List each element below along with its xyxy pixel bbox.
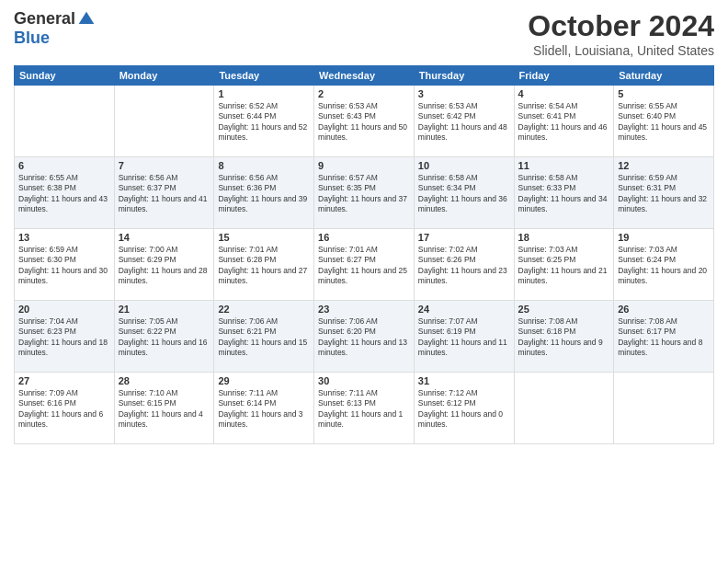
table-row [614,373,714,444]
calendar-table: Sunday Monday Tuesday Wednesday Thursday… [14,65,714,444]
page: General Blue October 2024 Slidell, Louis… [0,0,728,563]
day-number: 2 [318,88,410,99]
day-number: 28 [119,375,210,386]
day-info: Sunrise: 6:53 AM Sunset: 6:42 PM Dayligh… [418,101,510,144]
day-number: 18 [518,232,610,243]
day-number: 11 [518,160,610,171]
day-info: Sunrise: 7:08 AM Sunset: 6:17 PM Dayligh… [618,316,710,359]
day-info: Sunrise: 6:53 AM Sunset: 6:43 PM Dayligh… [318,101,410,144]
day-number: 6 [18,160,110,171]
day-number: 8 [218,160,310,171]
title-block: October 2024 Slidell, Louisiana, United … [528,9,714,58]
table-row: 15Sunrise: 7:01 AM Sunset: 6:28 PM Dayli… [214,229,314,301]
day-info: Sunrise: 7:11 AM Sunset: 6:14 PM Dayligh… [218,388,310,431]
table-row [514,373,614,444]
day-info: Sunrise: 6:56 AM Sunset: 6:37 PM Dayligh… [119,173,210,215]
day-info: Sunrise: 6:54 AM Sunset: 6:41 PM Dayligh… [518,101,610,144]
logo-blue-text: Blue [14,29,50,47]
day-info: Sunrise: 7:08 AM Sunset: 6:18 PM Dayligh… [518,316,610,359]
day-number: 17 [418,232,510,243]
day-number: 5 [618,88,710,99]
col-wednesday: Wednesday [314,66,415,86]
table-row: 31Sunrise: 7:12 AM Sunset: 6:12 PM Dayli… [414,373,514,444]
col-tuesday: Tuesday [214,66,314,86]
table-row: 14Sunrise: 7:00 AM Sunset: 6:29 PM Dayli… [114,229,214,301]
table-row: 25Sunrise: 7:08 AM Sunset: 6:18 PM Dayli… [514,301,614,373]
day-info: Sunrise: 6:56 AM Sunset: 6:36 PM Dayligh… [218,173,310,215]
day-info: Sunrise: 7:06 AM Sunset: 6:21 PM Dayligh… [218,316,310,359]
day-info: Sunrise: 6:58 AM Sunset: 6:33 PM Dayligh… [518,173,610,215]
day-info: Sunrise: 7:00 AM Sunset: 6:29 PM Dayligh… [119,245,210,287]
day-number: 26 [618,304,710,315]
calendar-row: 1Sunrise: 6:52 AM Sunset: 6:44 PM Daylig… [15,86,714,157]
day-info: Sunrise: 6:59 AM Sunset: 6:30 PM Dayligh… [18,245,110,287]
day-number: 13 [18,232,110,243]
header: General Blue October 2024 Slidell, Louis… [14,9,714,58]
table-row: 9Sunrise: 6:57 AM Sunset: 6:35 PM Daylig… [314,157,415,229]
table-row: 13Sunrise: 6:59 AM Sunset: 6:30 PM Dayli… [15,229,115,301]
calendar-row: 13Sunrise: 6:59 AM Sunset: 6:30 PM Dayli… [15,229,714,301]
day-info: Sunrise: 7:12 AM Sunset: 6:12 PM Dayligh… [418,388,510,431]
day-number: 14 [119,232,210,243]
day-number: 31 [418,375,510,386]
day-info: Sunrise: 6:58 AM Sunset: 6:34 PM Dayligh… [418,173,510,215]
table-row: 7Sunrise: 6:56 AM Sunset: 6:37 PM Daylig… [114,157,214,229]
table-row: 4Sunrise: 6:54 AM Sunset: 6:41 PM Daylig… [514,86,614,157]
logo-icon [77,10,96,29]
day-number: 23 [318,304,410,315]
table-row: 8Sunrise: 6:56 AM Sunset: 6:36 PM Daylig… [214,157,314,229]
month-title: October 2024 [528,9,714,43]
day-info: Sunrise: 7:10 AM Sunset: 6:15 PM Dayligh… [119,388,210,431]
col-friday: Friday [514,66,614,86]
day-info: Sunrise: 7:06 AM Sunset: 6:20 PM Dayligh… [318,316,410,359]
day-info: Sunrise: 7:03 AM Sunset: 6:24 PM Dayligh… [618,245,710,287]
table-row: 29Sunrise: 7:11 AM Sunset: 6:14 PM Dayli… [214,373,314,444]
table-row: 27Sunrise: 7:09 AM Sunset: 6:16 PM Dayli… [15,373,115,444]
day-number: 20 [18,304,110,315]
svg-marker-0 [79,11,95,23]
day-info: Sunrise: 6:59 AM Sunset: 6:31 PM Dayligh… [618,173,710,215]
table-row: 21Sunrise: 7:05 AM Sunset: 6:22 PM Dayli… [114,301,214,373]
day-number: 1 [218,88,310,99]
table-row: 1Sunrise: 6:52 AM Sunset: 6:44 PM Daylig… [214,86,314,157]
day-number: 21 [119,304,210,315]
day-number: 19 [618,232,710,243]
day-info: Sunrise: 6:52 AM Sunset: 6:44 PM Dayligh… [218,101,310,144]
table-row: 20Sunrise: 7:04 AM Sunset: 6:23 PM Dayli… [15,301,115,373]
table-row [114,86,214,157]
day-number: 4 [518,88,610,99]
day-info: Sunrise: 7:03 AM Sunset: 6:25 PM Dayligh… [518,245,610,287]
calendar-row: 6Sunrise: 6:55 AM Sunset: 6:38 PM Daylig… [15,157,714,229]
day-number: 16 [318,232,410,243]
day-info: Sunrise: 7:04 AM Sunset: 6:23 PM Dayligh… [18,316,110,359]
table-row: 23Sunrise: 7:06 AM Sunset: 6:20 PM Dayli… [314,301,415,373]
table-row: 11Sunrise: 6:58 AM Sunset: 6:33 PM Dayli… [514,157,614,229]
table-row: 5Sunrise: 6:55 AM Sunset: 6:40 PM Daylig… [614,86,714,157]
day-number: 10 [418,160,510,171]
day-number: 30 [318,375,410,386]
day-number: 15 [218,232,310,243]
day-info: Sunrise: 7:02 AM Sunset: 6:26 PM Dayligh… [418,245,510,287]
day-info: Sunrise: 7:09 AM Sunset: 6:16 PM Dayligh… [18,388,110,431]
header-row: Sunday Monday Tuesday Wednesday Thursday… [15,66,714,86]
table-row: 12Sunrise: 6:59 AM Sunset: 6:31 PM Dayli… [614,157,714,229]
day-number: 24 [418,304,510,315]
table-row: 22Sunrise: 7:06 AM Sunset: 6:21 PM Dayli… [214,301,314,373]
day-info: Sunrise: 7:11 AM Sunset: 6:13 PM Dayligh… [318,388,410,431]
logo-general-text: General [14,9,75,29]
table-row: 24Sunrise: 7:07 AM Sunset: 6:19 PM Dayli… [414,301,514,373]
table-row: 10Sunrise: 6:58 AM Sunset: 6:34 PM Dayli… [414,157,514,229]
day-number: 3 [418,88,510,99]
table-row: 26Sunrise: 7:08 AM Sunset: 6:17 PM Dayli… [614,301,714,373]
day-info: Sunrise: 7:07 AM Sunset: 6:19 PM Dayligh… [418,316,510,359]
table-row: 16Sunrise: 7:01 AM Sunset: 6:27 PM Dayli… [314,229,415,301]
day-number: 12 [618,160,710,171]
day-number: 9 [318,160,410,171]
col-monday: Monday [114,66,214,86]
table-row: 30Sunrise: 7:11 AM Sunset: 6:13 PM Dayli… [314,373,415,444]
day-info: Sunrise: 6:55 AM Sunset: 6:40 PM Dayligh… [618,101,710,144]
table-row: 6Sunrise: 6:55 AM Sunset: 6:38 PM Daylig… [15,157,115,229]
day-info: Sunrise: 6:55 AM Sunset: 6:38 PM Dayligh… [18,173,110,215]
day-info: Sunrise: 6:57 AM Sunset: 6:35 PM Dayligh… [318,173,410,215]
day-info: Sunrise: 7:01 AM Sunset: 6:27 PM Dayligh… [318,245,410,287]
